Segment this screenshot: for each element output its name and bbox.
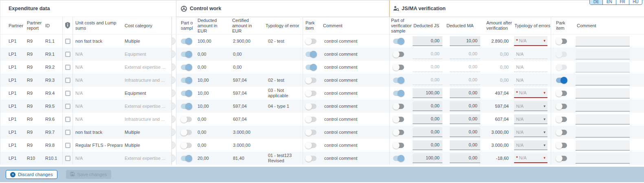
row-checkbox[interactable]	[65, 91, 70, 96]
section-expander[interactable]	[171, 142, 176, 149]
row-checkbox[interactable]	[65, 104, 70, 109]
typology-of-errors-select[interactable]: N/A▾	[514, 114, 547, 124]
section-expander[interactable]	[171, 102, 176, 110]
jsma-comment-input[interactable]	[576, 114, 630, 124]
language-tab-hu[interactable]: HU	[629, 0, 642, 4]
row-checkbox[interactable]	[65, 52, 70, 57]
jsma-comment-input[interactable]	[576, 62, 630, 72]
jsma-comment-input[interactable]	[576, 49, 630, 59]
typology-of-errors-select[interactable]: N/A▾	[514, 101, 547, 111]
jsma-comment-input[interactable]	[576, 36, 630, 46]
park-item-toggle[interactable]	[306, 78, 317, 83]
language-tab-fr[interactable]: FR	[616, 0, 629, 4]
discard-changes-button[interactable]: ✕ Discard changes	[6, 170, 57, 179]
park-item-toggle[interactable]	[306, 117, 317, 122]
park-item-toggle[interactable]	[306, 39, 317, 44]
park-item-toggle[interactable]	[306, 156, 317, 161]
jsma-park-item-toggle[interactable]	[556, 65, 567, 70]
jsma-comment-input[interactable]	[576, 140, 630, 150]
deducted-ma-input[interactable]: 10,00	[450, 36, 480, 46]
row-checkbox[interactable]	[65, 117, 70, 122]
typology-of-errors-select[interactable]: *N/A▾	[514, 153, 547, 163]
deducted-js-input[interactable]: 0,00	[413, 140, 442, 150]
part-of-sample-toggle[interactable]	[181, 130, 192, 135]
jsma-park-item-toggle[interactable]	[556, 91, 567, 96]
deducted-ma-input[interactable]: 0,00	[450, 127, 480, 137]
language-tab-de[interactable]: DE	[590, 0, 602, 4]
deducted-js-input[interactable]: 0,00	[413, 75, 442, 85]
part-of-verification-toggle[interactable]	[393, 143, 404, 148]
park-item-toggle[interactable]	[306, 52, 317, 57]
row-checkbox[interactable]	[65, 156, 70, 161]
jsma-comment-input[interactable]	[576, 75, 630, 85]
part-of-verification-toggle[interactable]	[393, 65, 404, 70]
typology-of-errors-select[interactable]: N/A	[514, 75, 547, 85]
part-of-sample-toggle[interactable]	[181, 143, 192, 148]
jsma-park-item-toggle[interactable]	[556, 39, 567, 44]
part-of-sample-toggle[interactable]	[181, 104, 192, 109]
part-of-sample-toggle[interactable]	[181, 39, 192, 44]
jsma-park-item-toggle[interactable]	[556, 156, 567, 161]
deducted-ma-input[interactable]: 0,00	[450, 114, 480, 124]
part-of-sample-toggle[interactable]	[181, 65, 192, 70]
part-of-sample-toggle[interactable]	[181, 91, 192, 96]
jsma-park-item-toggle[interactable]	[556, 78, 567, 83]
jsma-park-item-toggle[interactable]	[556, 143, 567, 148]
part-of-verification-toggle[interactable]	[393, 78, 404, 83]
language-tab-en[interactable]: EN	[602, 0, 615, 4]
typology-of-errors-select[interactable]: *N/A▾	[514, 36, 547, 46]
park-item-toggle[interactable]	[306, 143, 317, 148]
section-expander[interactable]	[171, 129, 176, 136]
deducted-ma-input[interactable]: 0,00	[450, 75, 480, 85]
park-item-toggle[interactable]	[306, 104, 317, 109]
jsma-park-item-toggle[interactable]	[556, 52, 567, 57]
part-of-sample-toggle[interactable]	[181, 78, 192, 83]
deducted-ma-input[interactable]: 0,00	[450, 88, 480, 98]
row-checkbox[interactable]	[65, 143, 70, 148]
row-checkbox[interactable]	[65, 39, 70, 44]
part-of-sample-toggle[interactable]	[181, 52, 192, 57]
deducted-js-input[interactable]: 0,00	[413, 127, 442, 137]
row-checkbox[interactable]	[65, 130, 70, 135]
deducted-js-input[interactable]: 100,00	[413, 153, 442, 163]
section-expander[interactable]	[171, 63, 176, 71]
jsma-park-item-toggle[interactable]	[556, 117, 567, 122]
part-of-verification-toggle[interactable]	[393, 130, 404, 135]
deducted-js-input[interactable]: 0,00	[413, 49, 442, 59]
park-item-toggle[interactable]	[306, 65, 317, 70]
deducted-ma-input[interactable]: 0,00	[450, 101, 480, 111]
section-expander[interactable]	[171, 76, 176, 84]
jsma-park-item-toggle[interactable]	[556, 130, 567, 135]
section-expander[interactable]	[171, 50, 176, 58]
section-expander[interactable]	[171, 37, 176, 45]
park-item-toggle[interactable]	[306, 130, 317, 135]
deducted-js-input[interactable]: 0,00	[413, 62, 442, 72]
typology-of-errors-select[interactable]: *N/A▾	[514, 88, 547, 98]
part-of-verification-toggle[interactable]	[393, 39, 404, 44]
part-of-sample-toggle[interactable]	[181, 117, 192, 122]
deducted-js-input[interactable]: 0,00	[413, 101, 442, 111]
row-checkbox[interactable]	[65, 65, 70, 70]
row-checkbox[interactable]	[65, 78, 70, 83]
part-of-verification-toggle[interactable]	[393, 117, 404, 122]
deducted-js-input[interactable]: 0,00	[413, 36, 442, 46]
deducted-js-input[interactable]: 100,00	[413, 88, 442, 98]
jsma-comment-input[interactable]	[576, 101, 630, 111]
section-expander[interactable]	[171, 115, 176, 123]
park-item-toggle[interactable]	[306, 91, 317, 96]
deducted-ma-input[interactable]: 0,00	[450, 140, 480, 150]
jsma-comment-input[interactable]	[576, 153, 630, 163]
save-changes-button[interactable]: Save changes	[66, 170, 111, 179]
typology-of-errors-select[interactable]: N/A	[514, 49, 547, 59]
jsma-comment-input[interactable]	[576, 127, 630, 137]
section-expander[interactable]	[171, 155, 176, 162]
deducted-js-input[interactable]: 0,00	[413, 114, 442, 124]
part-of-verification-toggle[interactable]	[393, 91, 404, 96]
typology-of-errors-select[interactable]: N/A▾	[514, 140, 547, 150]
deducted-ma-input[interactable]: 0,00	[450, 62, 480, 72]
section-expander[interactable]	[171, 89, 176, 97]
typology-of-errors-select[interactable]: N/A▾	[514, 127, 547, 137]
typology-of-errors-select[interactable]: N/A	[514, 62, 547, 72]
part-of-verification-toggle[interactable]	[393, 156, 404, 161]
part-of-sample-toggle[interactable]	[181, 156, 192, 161]
